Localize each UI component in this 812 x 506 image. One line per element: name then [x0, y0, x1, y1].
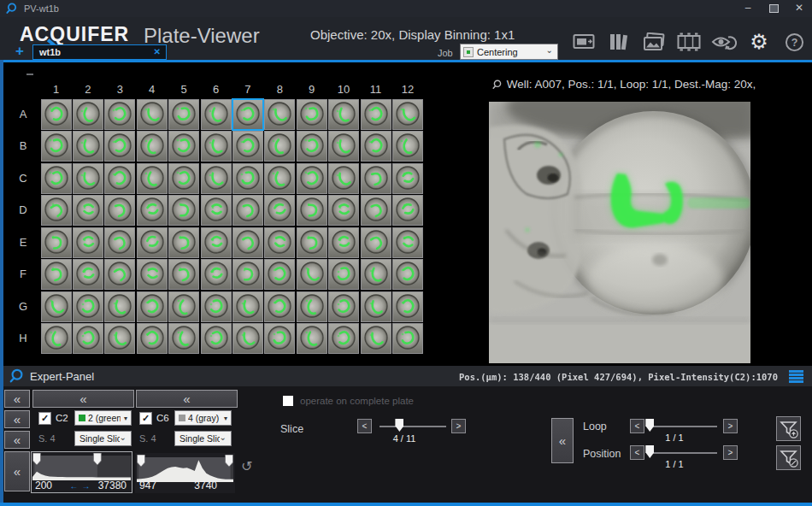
reset-display-icon[interactable]: ↺	[241, 458, 252, 474]
well-A11[interactable]	[361, 99, 391, 130]
well-E5[interactable]	[168, 227, 199, 258]
well-F9[interactable]	[297, 259, 327, 290]
well-D4[interactable]	[137, 195, 168, 226]
slice-mode-c2-select[interactable]: Single Slice ⌄	[74, 431, 132, 446]
well-A12[interactable]	[392, 99, 423, 130]
well-C11[interactable]	[361, 163, 391, 194]
well-F4[interactable]	[137, 259, 168, 290]
well-G1[interactable]	[41, 291, 72, 322]
well-F12[interactable]	[392, 259, 423, 290]
well-F8[interactable]	[264, 259, 295, 290]
filmstrip-icon[interactable]	[676, 31, 702, 53]
well-E9[interactable]	[297, 227, 327, 258]
well-G6[interactable]	[201, 291, 232, 322]
well-C10[interactable]	[328, 163, 359, 194]
tab-wt1b[interactable]: wt1b ✕	[32, 44, 167, 60]
job-select[interactable]: Centering ⌄	[460, 44, 558, 60]
well-A7[interactable]	[232, 98, 264, 131]
well-H3[interactable]	[104, 323, 135, 354]
collapse-row3-button[interactable]: «	[4, 431, 30, 449]
well-F3[interactable]	[104, 259, 135, 290]
slice-mode-c6-select[interactable]: Single Slice ⌄	[174, 431, 232, 446]
histogram-c2[interactable]: 200 ←→ 37380	[31, 451, 132, 493]
well-D3[interactable]	[104, 195, 135, 226]
well-C1[interactable]	[41, 163, 72, 194]
well-E2[interactable]	[73, 227, 103, 258]
well-detail-image[interactable]	[489, 102, 750, 363]
well-E8[interactable]	[264, 227, 295, 258]
close-button[interactable]: ✕	[786, 0, 812, 17]
add-tab-button[interactable]: +	[15, 44, 24, 58]
well-C2[interactable]	[73, 163, 103, 194]
well-H11[interactable]	[361, 323, 391, 354]
well-B7[interactable]	[232, 131, 263, 162]
well-F2[interactable]	[73, 259, 103, 290]
position-handle[interactable]	[645, 445, 654, 458]
settings-gear-icon[interactable]: ⚙	[746, 31, 772, 53]
well-A10[interactable]	[328, 99, 359, 130]
tab-close-icon[interactable]: ✕	[154, 47, 161, 56]
well-D8[interactable]	[264, 195, 295, 226]
channel-c6-color-select[interactable]: 4 (gray) ▾	[174, 410, 232, 426]
loop-next-button[interactable]: >	[723, 419, 738, 433]
slice-next-button[interactable]: >	[451, 419, 466, 433]
well-C4[interactable]	[137, 163, 168, 194]
well-A3[interactable]	[104, 99, 135, 130]
position-next-button[interactable]: >	[723, 445, 738, 460]
well-D5[interactable]	[168, 195, 199, 226]
well-D12[interactable]	[392, 195, 423, 226]
well-C7[interactable]	[232, 163, 263, 194]
help-icon[interactable]: ?	[781, 31, 807, 53]
well-F1[interactable]	[41, 259, 72, 290]
well-H1[interactable]	[41, 323, 72, 354]
well-B2[interactable]	[73, 131, 103, 162]
well-D11[interactable]	[361, 195, 391, 226]
eye-refresh-icon[interactable]	[711, 31, 737, 53]
well-E11[interactable]	[361, 227, 391, 258]
well-C3[interactable]	[104, 163, 135, 194]
well-G2[interactable]	[73, 291, 103, 322]
well-H8[interactable]	[264, 323, 295, 354]
pan-arrows-icon[interactable]: ←→	[70, 481, 94, 491]
well-C12[interactable]	[392, 163, 423, 194]
well-B10[interactable]	[328, 131, 359, 162]
histogram-c6[interactable]: 947 3740	[135, 453, 235, 493]
menu-icon[interactable]	[789, 370, 803, 384]
operate-complete-plate-checkbox[interactable]	[283, 396, 293, 406]
well-F7[interactable]	[232, 259, 263, 290]
maximize-button[interactable]	[761, 0, 786, 17]
well-E1[interactable]	[41, 227, 72, 258]
well-B3[interactable]	[104, 131, 135, 162]
screens-icon[interactable]	[571, 31, 597, 53]
well-F11[interactable]	[361, 259, 391, 290]
channel-c6-checkbox[interactable]: ✓	[139, 412, 152, 425]
well-G11[interactable]	[361, 291, 391, 322]
loop-track[interactable]	[647, 426, 717, 427]
well-B5[interactable]	[168, 131, 199, 162]
well-H4[interactable]	[137, 323, 168, 354]
well-E12[interactable]	[392, 227, 423, 258]
collapse-row4-button[interactable]: «	[4, 451, 30, 491]
collapse-loop-position-button[interactable]: «	[551, 418, 574, 463]
well-C9[interactable]	[297, 163, 327, 194]
position-prev-button[interactable]: <	[630, 445, 644, 460]
well-B4[interactable]	[137, 131, 168, 162]
slice-prev-button[interactable]: <	[357, 419, 372, 433]
well-B9[interactable]	[297, 131, 327, 162]
gallery-icon[interactable]	[641, 31, 667, 53]
well-G8[interactable]	[264, 291, 295, 322]
well-H6[interactable]	[201, 323, 232, 354]
well-F10[interactable]	[328, 259, 359, 290]
well-D2[interactable]	[73, 195, 103, 226]
grid-collapse-handle[interactable]	[26, 74, 33, 75]
well-A9[interactable]	[297, 99, 327, 130]
well-G9[interactable]	[297, 291, 327, 322]
well-C6[interactable]	[201, 163, 232, 194]
well-A5[interactable]	[168, 99, 199, 130]
loop-handle[interactable]	[645, 419, 654, 432]
filter-loop-button[interactable]	[776, 416, 801, 441]
channel-c2-color-select[interactable]: 2 (green) ▾	[74, 410, 132, 426]
well-A6[interactable]	[201, 99, 232, 130]
well-H12[interactable]	[392, 323, 423, 354]
well-H7[interactable]	[232, 323, 263, 354]
